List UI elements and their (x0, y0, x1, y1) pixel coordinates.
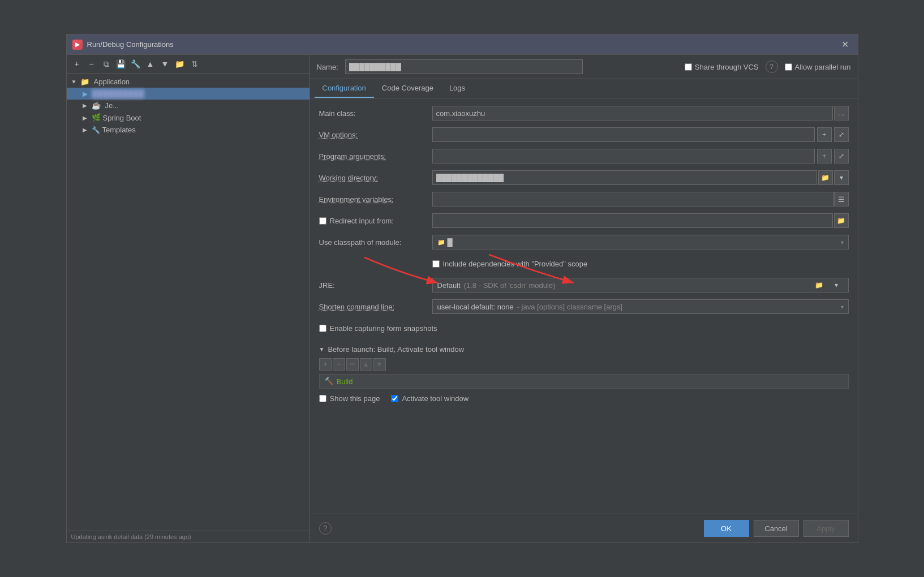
vm-options-input[interactable] (432, 127, 815, 142)
save-config-button[interactable]: 💾 (114, 57, 128, 71)
share-vcs-label: Share through VCS (695, 63, 759, 71)
tree-spring-boot-item[interactable]: ▶ 🌿 Spring Boot (67, 111, 310, 124)
app-icon: ▶ (72, 40, 83, 50)
redirect-input-field[interactable] (432, 213, 833, 228)
before-launch-edit-button[interactable]: ✏ (346, 358, 359, 371)
help-button[interactable]: ? (319, 522, 332, 535)
spring-boot-icon: 🌿 (92, 113, 101, 122)
jre-detail-label: (1.8 - SDK of 'csdn' module) (464, 281, 556, 290)
tree-arrow-spring: ▶ (83, 115, 89, 121)
allow-parallel-label: Allow parallel run (795, 63, 851, 71)
include-deps-checkbox[interactable] (432, 260, 440, 268)
tab-code-coverage[interactable]: Code Coverage (374, 79, 441, 98)
classpath-module-row: Use classpath of module: 📁 █ ▾ (319, 234, 849, 250)
application-folder-icon: 📁 (80, 77, 89, 86)
classpath-module-label: Use classpath of module: (319, 238, 432, 247)
shorten-cmdline-value: user-local default: none (437, 303, 514, 311)
sort-button[interactable]: ⇅ (188, 57, 201, 71)
cancel-button[interactable]: Cancel (754, 520, 799, 537)
dialog-title: Run/Debug Configurations (87, 40, 174, 49)
redirect-input-checkbox[interactable] (319, 217, 326, 225)
move-up-button[interactable]: ▲ (144, 57, 157, 71)
folder-button[interactable]: 📁 (173, 57, 187, 71)
shorten-cmdline-label: Shorten command line: (319, 303, 432, 311)
before-launch-move-down-button[interactable]: ▼ (373, 358, 386, 371)
working-dir-dropdown-button[interactable]: ▾ (834, 170, 849, 185)
redirect-input-row: Redirect input from: 📁 (319, 213, 849, 229)
enable-snapshots-checkbox[interactable] (319, 325, 326, 332)
before-launch-remove-button[interactable]: − (333, 358, 345, 371)
main-class-row: Main class: … (319, 105, 849, 121)
main-class-browse-button[interactable]: … (834, 106, 849, 120)
tree-application-label: Application (94, 77, 130, 86)
show-page-label: Show this page (330, 394, 380, 403)
jre-browse-button[interactable]: 📁 (812, 278, 827, 292)
vm-options-add-button[interactable]: + (817, 127, 832, 142)
jre-dropdown-button[interactable]: ▾ (829, 278, 844, 292)
vm-options-row: VM options: + ⤢ (319, 127, 849, 143)
working-directory-label: Working directory: (319, 174, 432, 182)
copy-config-button[interactable]: ⧉ (100, 57, 113, 71)
tree-templates-label: Templates (102, 126, 136, 134)
allow-parallel-checkbox[interactable] (785, 63, 792, 71)
share-vcs-help-icon[interactable]: ? (766, 61, 778, 73)
enable-snapshots-label: Enable capturing form snapshots (330, 324, 437, 333)
share-vcs-option[interactable]: Share through VCS (685, 63, 759, 71)
before-launch-move-up-button[interactable]: ▲ (360, 358, 372, 371)
env-variables-edit-button[interactable]: ☰ (834, 192, 849, 206)
templates-icon: 🔧 (92, 126, 100, 134)
apply-button[interactable]: Apply (803, 520, 849, 537)
tree-selected-item[interactable]: ▶ ██████████ (67, 88, 310, 100)
add-config-button[interactable]: + (70, 57, 84, 71)
program-args-expand-button[interactable]: ⤢ (834, 149, 849, 163)
env-variables-row: Environment variables: ☰ (319, 191, 849, 207)
include-deps-label: Include dependencies with "Provided" sco… (443, 260, 588, 268)
run-config-icon: ▶ (83, 90, 88, 98)
build-task-label: Build (337, 377, 353, 386)
move-down-button[interactable]: ▼ (158, 57, 172, 71)
before-launch-collapse-arrow[interactable]: ▼ (319, 346, 325, 352)
program-arguments-input[interactable] (432, 149, 815, 163)
redirect-browse-button[interactable]: 📁 (834, 213, 849, 228)
activate-tool-window-option[interactable]: Activate tool window (391, 394, 469, 403)
tree-templates-item[interactable]: ▶ 🔧 Templates (67, 124, 310, 136)
redirect-input-label: Redirect input from: (330, 217, 394, 225)
build-icon: 🔨 (324, 377, 333, 386)
show-page-option[interactable]: Show this page (319, 394, 380, 403)
remove-config-button[interactable]: − (85, 57, 98, 71)
tree-application-group[interactable]: ▼ 📁 Application (67, 76, 310, 88)
program-args-add-button[interactable]: + (817, 149, 832, 163)
close-button[interactable]: ✕ (838, 38, 852, 51)
tree-arrow-application: ▼ (71, 79, 78, 85)
shorten-cmdline-row: Shorten command line: user-local default… (319, 299, 849, 315)
build-task-item[interactable]: 🔨 Build (319, 374, 849, 389)
allow-parallel-option[interactable]: Allow parallel run (785, 63, 851, 71)
include-deps-option[interactable]: Include dependencies with "Provided" sco… (432, 260, 588, 268)
activate-tool-window-checkbox[interactable] (391, 395, 398, 402)
jre-label: JRE: (319, 281, 432, 290)
classpath-dropdown-arrow: ▾ (841, 239, 844, 246)
settings-button[interactable]: 🔧 (129, 57, 143, 71)
before-launch-add-button[interactable]: + (319, 358, 332, 371)
share-vcs-checkbox[interactable] (685, 63, 692, 71)
name-input[interactable] (345, 59, 583, 74)
main-class-label: Main class: (319, 109, 432, 118)
main-class-input[interactable] (432, 106, 833, 120)
tree-java-item[interactable]: ▶ ☕ Je... (67, 100, 310, 111)
tree-java-label: Je... (105, 101, 119, 110)
jre-row: JRE: (319, 277, 849, 293)
tab-logs[interactable]: Logs (441, 79, 473, 98)
tab-configuration[interactable]: Configuration (315, 79, 374, 98)
tree-selected-item-label: ██████████ (92, 89, 144, 98)
classpath-module-select[interactable]: 📁 █ ▾ (432, 235, 849, 249)
show-page-checkbox[interactable] (319, 395, 326, 402)
jre-select[interactable]: Default (1.8 - SDK of 'csdn' module) 📁 ▾ (432, 278, 849, 292)
activate-tool-window-label: Activate tool window (402, 394, 469, 403)
working-dir-browse-button[interactable]: 📁 (818, 170, 833, 185)
shorten-cmdline-select[interactable]: user-local default: none - java [options… (432, 299, 849, 314)
vm-options-expand-button[interactable]: ⤢ (834, 127, 849, 142)
working-directory-input[interactable] (432, 170, 817, 185)
ok-button[interactable]: OK (704, 520, 749, 537)
env-variables-input[interactable] (432, 192, 834, 206)
status-text: Updating asink detail data (29 minutes a… (71, 533, 191, 540)
